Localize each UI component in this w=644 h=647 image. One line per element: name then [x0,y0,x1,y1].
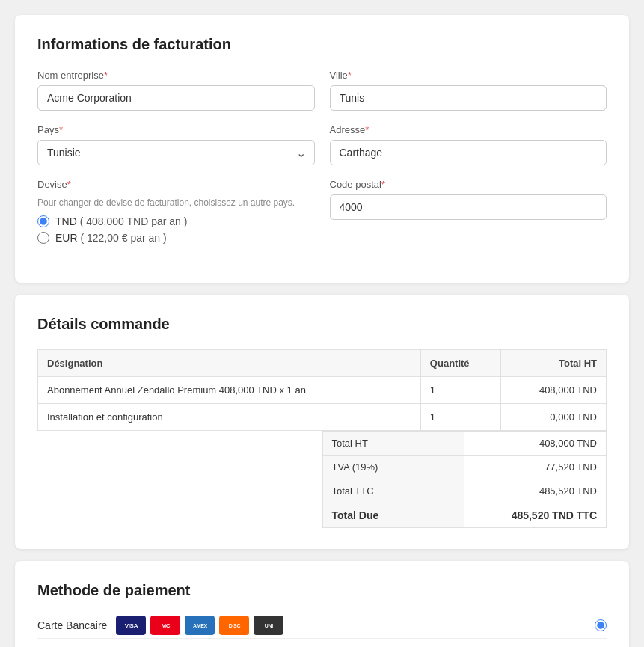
col-total-ht: Total HT [501,350,607,377]
total-due-row: Total Due 485,520 TND TTC [322,503,607,528]
city-label: Ville* [330,70,607,81]
totals-table: Total HT 408,000 TND TVA (19%) 77,520 TN… [322,431,607,528]
tva-row: TVA (19%) 77,520 TND [322,456,607,479]
eur-label: EUR ( 122,00 € par an ) [55,232,167,244]
country-group: Pays* Tunisie France Allemagne ⌄ [37,124,315,165]
address-group: Adresse* [330,124,607,165]
company-input[interactable] [37,85,315,111]
row-total-ht: 408,000 TND [501,377,607,404]
city-input[interactable] [330,85,607,111]
total-ht-label: Total HT [322,432,464,456]
billing-card: Informations de facturation Nom entrepri… [15,15,629,283]
totals-wrapper: Total HT 408,000 TND TVA (19%) 77,520 TN… [37,431,607,528]
billing-row-3: Devise* Pour changer de devise de factur… [37,179,607,248]
eur-option[interactable]: EUR ( 122,00 € par an ) [37,232,315,244]
carte-bancaire-radio[interactable] [595,619,607,631]
discover-icon: DISC [219,616,249,635]
order-card: Détails commande Désignation Quantité To… [15,295,629,549]
postal-label: Code postal* [330,179,607,190]
mastercard-icon: MC [150,616,180,635]
other-card-icon: UNI [254,616,283,635]
total-ht-value: 408,000 TND [464,432,607,456]
company-label: Nom entreprise* [37,70,315,81]
city-group: Ville* [330,70,607,111]
tva-value: 77,520 TND [464,456,607,479]
carte-label: Carte Bancaire [37,619,107,631]
postal-input[interactable] [330,194,607,220]
total-due-value: 485,520 TND TTC [464,503,607,528]
row-quantity: 1 [420,404,500,431]
table-row: Abonnement Annuel Zendallo Premium 408,0… [38,377,607,404]
tva-label: TVA (19%) [322,456,464,479]
order-title: Détails commande [37,316,607,333]
payment-card: Methode de paiement Carte Bancaire VISA … [15,561,629,647]
col-quantity: Quantité [420,350,500,377]
order-table: Désignation Quantité Total HT Abonnement… [37,349,607,431]
visa-icon: VISA [116,616,146,635]
total-due-label: Total Due [322,503,464,528]
devise-hint: Pour changer de devise de facturation, c… [37,197,315,208]
total-ht-row: Total HT 408,000 TND [322,432,607,456]
table-header-row: Désignation Quantité Total HT [38,350,607,377]
note-text: Note : En continuant, nous allons vous d… [37,638,607,647]
address-label: Adresse* [330,124,607,135]
totals-inner: Total HT 408,000 TND TVA (19%) 77,520 TN… [322,431,607,528]
country-select[interactable]: Tunisie France Allemagne [37,140,315,165]
company-group: Nom entreprise* [37,70,315,111]
eur-radio[interactable] [37,232,49,244]
billing-title: Informations de facturation [37,36,607,53]
tnd-option[interactable]: TND ( 408,000 TND par an ) [37,215,315,227]
devise-section: Pour changer de devise de facturation, c… [37,197,315,248]
payment-radio-wrapper [595,619,607,631]
total-ttc-label: Total TTC [322,479,464,503]
payment-title: Methode de paiement [37,582,607,599]
row-designation: Abonnement Annuel Zendallo Premium 408,0… [38,377,421,404]
country-select-wrapper: Tunisie France Allemagne ⌄ [37,140,315,165]
tnd-label: TND ( 408,000 TND par an ) [55,215,187,227]
card-icons: VISA MC AMEX DISC UNI [116,616,283,635]
page-wrapper: Informations de facturation Nom entrepri… [0,0,644,647]
table-row: Installation et configuration 1 0,000 TN… [38,404,607,431]
devise-group: Devise* Pour changer de devise de factur… [37,179,315,248]
row-designation: Installation et configuration [38,404,421,431]
billing-row-1: Nom entreprise* Ville* [37,70,607,111]
tnd-radio[interactable] [37,215,49,227]
total-ttc-value: 485,520 TND [464,479,607,503]
devise-label: Devise* [37,179,315,190]
payment-row: Carte Bancaire VISA MC AMEX DISC UNI [37,616,607,635]
row-quantity: 1 [420,377,500,404]
row-total-ht: 0,000 TND [501,404,607,431]
col-designation: Désignation [38,350,421,377]
billing-row-2: Pays* Tunisie France Allemagne ⌄ Adresse… [37,124,607,165]
address-input[interactable] [330,140,607,165]
total-ttc-row: Total TTC 485,520 TND [322,479,607,503]
country-label: Pays* [37,124,315,135]
amex-icon: AMEX [185,616,215,635]
postal-group: Code postal* [330,179,607,248]
